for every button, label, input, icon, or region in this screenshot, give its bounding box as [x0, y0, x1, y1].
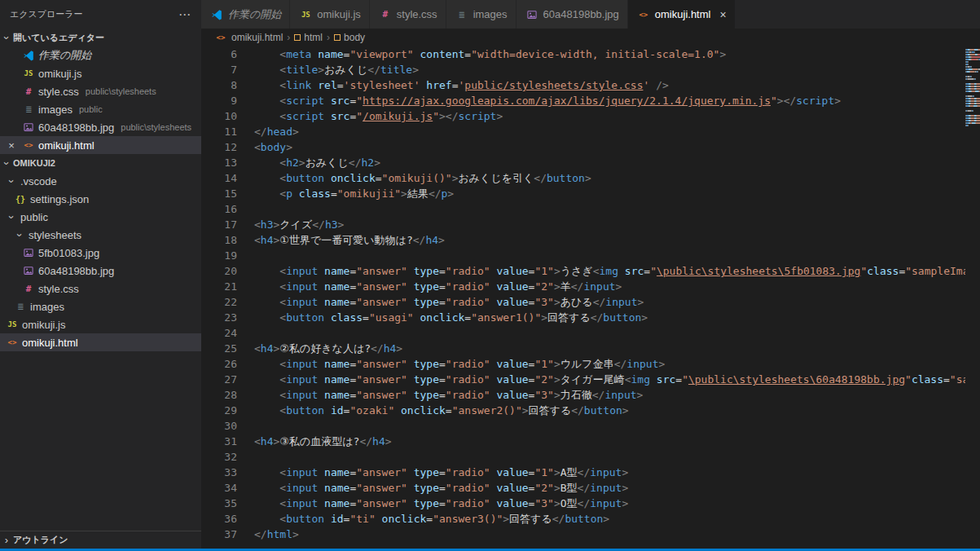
file-5fb01083-jpg[interactable]: 5fb01083.jpg [0, 244, 201, 262]
chevron-down-icon: › [1, 156, 13, 170]
code-line[interactable]: 11</head> [201, 124, 980, 139]
line-number: 24 [201, 325, 237, 341]
code-line[interactable]: 35 <input name="answer" type="radio" val… [201, 496, 980, 511]
file-images[interactable]: ≣images [0, 298, 201, 315]
image-file-icon [21, 122, 36, 132]
tab-images[interactable]: ≣images [446, 0, 516, 29]
open-editor-60a48198bb-jpg[interactable]: 60a48198bb.jpgpublic\stylesheets [0, 118, 201, 136]
tab-omikuji-html[interactable]: <>omikuji.html× [628, 0, 736, 29]
explorer-header: エクスプローラー ⋯ [0, 0, 201, 29]
code-line[interactable]: 7 <title>おみくじ</title> [201, 62, 980, 77]
tree-item-label: 60a48198bb.jpg [38, 265, 114, 277]
line-number: 34 [201, 480, 237, 496]
code-line[interactable]: 15 <p class="omikujii">結果</p> [201, 186, 980, 201]
line-content: <button class="usagi" onclick="answer1()… [237, 310, 980, 325]
open-editor-images[interactable]: ≣imagespublic [0, 100, 201, 118]
file-file-icon: ≣ [13, 301, 28, 312]
file-omikuji-js[interactable]: JSomikuji.js [0, 315, 201, 333]
workspace-section-header[interactable]: › OMIKUJI2 [0, 154, 201, 172]
open-editor-getting-started[interactable]: 作業の開始 [0, 46, 201, 64]
open-editor-omikuji-html[interactable]: ×<>omikuji.html [0, 136, 201, 154]
breadcrumb-item-body[interactable]: body [334, 32, 365, 43]
code-line[interactable]: 29 <button id="ozaki" onclick="answer2()… [201, 403, 980, 418]
code-line[interactable]: 13 <h2>おみくじ</h2> [201, 155, 980, 170]
image-file-icon [21, 266, 36, 276]
line-content: <h4>③私の血液型は?</h4> [237, 434, 980, 449]
code-line[interactable]: 26 <input name="answer" type="radio" val… [201, 356, 980, 372]
code-editor[interactable]: 6 <meta name="viewport" content="width=d… [201, 46, 980, 549]
code-line[interactable]: 21 <input name="answer" type="radio" val… [201, 279, 980, 294]
close-icon[interactable]: × [6, 139, 17, 152]
line-content: </html> [237, 527, 980, 542]
code-line[interactable]: 18<h4>①世界で一番可愛い動物は?</h4> [201, 232, 980, 248]
folder-stylesheets-folder[interactable]: ›stylesheets [0, 226, 201, 244]
code-line[interactable]: 10 <script src="/omikuji.js"></script> [201, 108, 980, 124]
code-line[interactable]: 34 <input name="answer" type="radio" val… [201, 480, 980, 496]
outline-section-header[interactable]: › アウトライン [0, 531, 201, 549]
breadcrumb-separator-icon: › [285, 32, 292, 43]
code-line[interactable]: 37</html> [201, 527, 980, 542]
tab-style-css[interactable]: #style.css [370, 0, 446, 29]
line-content: <p class="omikujii">結果</p> [237, 186, 980, 201]
code-line[interactable]: 32 [201, 449, 980, 465]
open-editor-style-css[interactable]: #style.csspublic\stylesheets [0, 82, 201, 100]
code-line[interactable]: 30 [201, 418, 980, 434]
open-editors-list: 作業の開始JSomikuji.js#style.csspublic\styles… [0, 46, 201, 154]
code-line[interactable]: 36 <button id="ti" onclick="answer3()">回… [201, 511, 980, 527]
code-line[interactable]: 6 <meta name="viewport" content="width=d… [201, 46, 980, 62]
code-line[interactable]: 20 <input name="answer" type="radio" val… [201, 263, 980, 279]
line-content [237, 325, 980, 341]
code-line[interactable]: 22 <input name="answer" type="radio" val… [201, 294, 980, 310]
line-content: </head> [237, 124, 980, 139]
chevron-down-icon: › [1, 31, 13, 44]
code-line[interactable]: 12<body> [201, 139, 980, 155]
folder-public-folder[interactable]: ›public [0, 208, 201, 226]
code-line[interactable]: 16 [201, 201, 980, 217]
tab-getting-started[interactable]: 作業の開始 [201, 0, 290, 29]
image-file-icon [21, 248, 36, 258]
file-settings-json[interactable]: {}settings.json [0, 190, 201, 208]
code-line[interactable]: 19 [201, 248, 980, 263]
html-file-icon: <> [636, 11, 651, 19]
line-content: <input name="answer" type="radio" value=… [237, 279, 980, 294]
editor-item-path: public\stylesheets [121, 122, 191, 132]
code-line[interactable]: 8 <link rel='stylesheet' href='public/st… [201, 77, 980, 93]
more-actions-icon[interactable]: ⋯ [178, 7, 191, 22]
file-60a48198bb-jpg[interactable]: 60a48198bb.jpg [0, 262, 201, 280]
line-content: <h4>①世界で一番可愛い動物は?</h4> [237, 232, 980, 248]
tab-omikuji-js[interactable]: JSomikuji.js [290, 0, 369, 29]
code-line[interactable]: 14 <button onclick="omikuji()">おみくじを引く</… [201, 170, 980, 186]
code-line[interactable]: 9 <script src="https://ajax.googleapis.c… [201, 93, 980, 108]
chevron-down-icon: › [14, 228, 26, 241]
close-icon[interactable]: × [719, 8, 726, 21]
file-omikuji-html[interactable]: <>omikuji.html [0, 333, 201, 351]
code-line[interactable]: 33 <input name="answer" type="radio" val… [201, 465, 980, 480]
open-editor-omikuji-js[interactable]: JSomikuji.js [0, 64, 201, 82]
code-line[interactable]: 23 <button class="usagi" onclick="answer… [201, 310, 980, 325]
line-number: 36 [201, 511, 237, 527]
line-content: <meta name="viewport" content="width=dev… [237, 46, 980, 62]
tree-item-label: public [20, 211, 48, 223]
code-line[interactable]: 28 <input name="answer" type="radio" val… [201, 387, 980, 403]
tab-60a48198bb-jpg[interactable]: 60a48198bb.jpg [516, 0, 628, 29]
line-number: 16 [201, 201, 237, 217]
breadcrumb-item-omikuji.html[interactable]: <>omikuji.html [213, 32, 283, 43]
line-content: <h4>②私の好きな人は?</h4> [237, 341, 980, 356]
breadcrumb-item-html[interactable]: html [294, 32, 323, 43]
code-line[interactable]: 25<h4>②私の好きな人は?</h4> [201, 341, 980, 356]
vscode-file-icon [21, 50, 36, 61]
breadcrumb-label: omikuji.html [231, 32, 283, 43]
code-line[interactable]: 27 <input name="answer" type="radio" val… [201, 372, 980, 387]
js-file-icon: JS [21, 69, 36, 77]
outline-label: アウトライン [13, 534, 68, 546]
open-editors-label: 開いているエディター [13, 32, 104, 44]
code-line[interactable]: 24 [201, 325, 980, 341]
file-style-css[interactable]: #style.css [0, 280, 201, 298]
code-line[interactable]: 31<h4>③私の血液型は?</h4> [201, 434, 980, 449]
open-editors-section-header[interactable]: › 開いているエディター [0, 29, 201, 46]
folder-vscode-folder[interactable]: ›.vscode [0, 172, 201, 190]
code-line[interactable]: 17<h3>クイズ</h3> [201, 217, 980, 232]
minimap[interactable] [965, 46, 980, 549]
breadcrumb-label: html [304, 32, 323, 43]
minimap-line [965, 125, 980, 127]
